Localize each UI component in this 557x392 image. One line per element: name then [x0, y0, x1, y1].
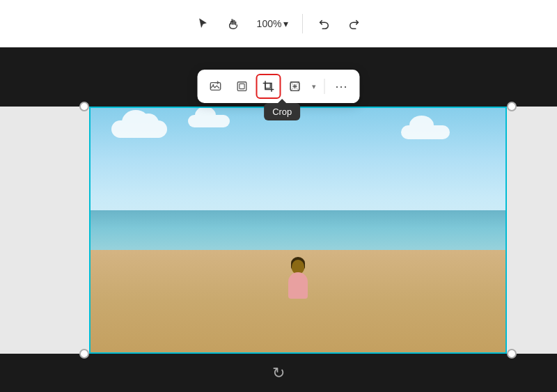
zoom-chevron: ▾ — [283, 18, 288, 29]
float-toolbar: ▾ ⋯ — [198, 70, 360, 103]
handle-top-right[interactable] — [507, 102, 517, 111]
handle-top-left[interactable] — [79, 102, 89, 111]
replace-image-button[interactable] — [203, 74, 228, 99]
svg-rect-3 — [240, 84, 244, 88]
top-toolbar: 100% ▾ — [0, 0, 557, 47]
ocean-layer — [91, 210, 505, 254]
zoom-button[interactable]: 100% ▾ — [251, 15, 295, 32]
mask-dropdown-group: ▾ — [283, 74, 320, 99]
person-figure — [284, 257, 312, 299]
float-toolbar-divider — [324, 79, 325, 94]
mask-dropdown-button[interactable]: ▾ — [308, 74, 320, 99]
more-options-icon: ⋯ — [335, 79, 348, 94]
refresh-icon: ↻ — [272, 364, 285, 382]
frame-icon — [236, 80, 249, 93]
toolbar-divider — [302, 14, 303, 33]
person-body — [288, 272, 308, 299]
cursor-icon — [196, 17, 209, 30]
more-options-button[interactable]: ⋯ — [329, 74, 354, 99]
crop-button[interactable] — [256, 74, 281, 99]
cloud-3 — [401, 125, 450, 139]
svg-rect-2 — [237, 82, 246, 91]
svg-rect-4 — [265, 84, 270, 88]
mask-icon — [289, 80, 301, 93]
zoom-value: 100% — [257, 18, 282, 29]
cloud-2 — [188, 115, 230, 127]
frame-button[interactable] — [230, 74, 255, 99]
replace-image-icon — [210, 80, 222, 93]
hand-tool-button[interactable] — [221, 11, 246, 36]
black-strip-bottom: ↻ — [0, 354, 557, 392]
hand-icon — [227, 17, 240, 30]
redo-button[interactable] — [342, 11, 367, 36]
handle-bottom-right[interactable] — [507, 349, 517, 359]
cursor-tool-button[interactable] — [190, 11, 215, 36]
person-head — [292, 260, 304, 274]
redo-icon — [348, 17, 361, 30]
undo-icon — [317, 17, 330, 30]
crop-icon — [262, 80, 275, 93]
handle-bottom-left[interactable] — [79, 349, 89, 359]
beach-image — [91, 108, 505, 352]
mask-button[interactable] — [283, 74, 308, 99]
image-container — [89, 107, 507, 354]
svg-point-1 — [212, 84, 214, 86]
undo-button[interactable] — [311, 11, 336, 36]
cloud-1 — [111, 120, 167, 138]
